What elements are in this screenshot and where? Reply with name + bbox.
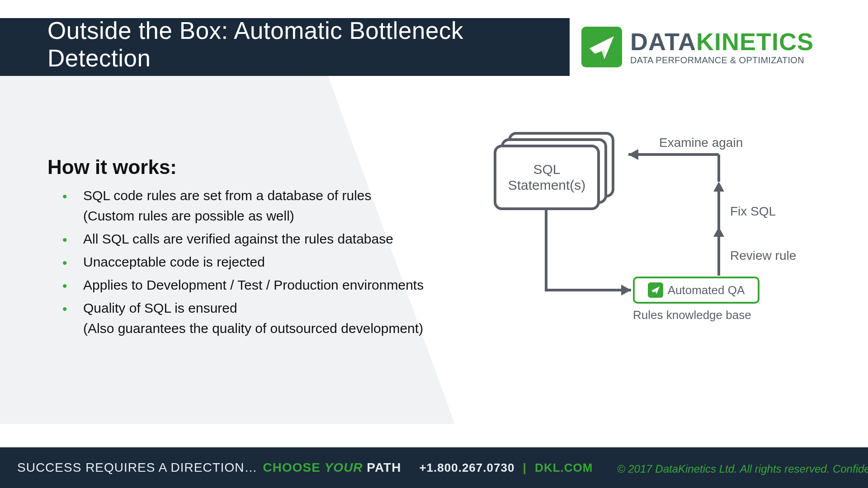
qa-label: Automated QA — [668, 283, 745, 297]
list-item: SQL code rules are set from a database o… — [62, 185, 505, 226]
list-item: Unacceptable code is rejected — [62, 252, 505, 272]
slide: Outside the Box: Automatic Bottleneck De… — [0, 0, 868, 488]
footer-contact: +1.800.267.0730 | DKL.COM — [419, 461, 593, 475]
slide-title-line1: Outside the Box: Automatic Bottleneck — [47, 17, 463, 45]
label-review-rule: Review rule — [730, 249, 796, 263]
footer-tagline: SUCCESS REQUIRES A DIRECTION… — [17, 460, 258, 475]
paper-plane-icon — [581, 27, 622, 67]
list-item: Applies to Development / Test / Producti… — [62, 275, 505, 295]
workflow-diagram: SQLStatement(s) Examine again Fix SQL Re… — [493, 127, 836, 362]
svg-marker-3 — [713, 182, 724, 192]
list-item: All SQL calls are verified against the r… — [62, 229, 505, 249]
footer-choose-path: CHOOSE YOUR PATH — [263, 460, 401, 475]
footer-copyright: © 2017 DataKinetics Ltd. All rights rese… — [617, 463, 868, 475]
brand-wordmark: DATAKINETICS DATA PERFORMANCE & OPTIMIZA… — [630, 29, 814, 65]
brand-logo: DATAKINETICS DATA PERFORMANCE & OPTIMIZA… — [570, 18, 868, 76]
paper-plane-icon — [648, 282, 663, 298]
bullet-list: SQL code rules are set from a database o… — [62, 185, 505, 341]
brand-word-1: DATA — [630, 28, 696, 55]
svg-marker-5 — [621, 285, 631, 296]
diagram-arrows — [493, 127, 836, 362]
footer-bar: SUCCESS REQUIRES A DIRECTION… CHOOSE YOU… — [0, 447, 868, 488]
label-fix-sql: Fix SQL — [730, 204, 776, 219]
svg-marker-1 — [602, 50, 605, 59]
svg-marker-6 — [651, 286, 660, 294]
footer-phone: +1.800.267.0730 — [419, 461, 514, 474]
slide-title: Outside the Box: Automatic Bottleneck De… — [47, 17, 463, 72]
svg-marker-0 — [590, 36, 614, 59]
automated-qa-box: Automated QA — [633, 277, 760, 304]
footer-separator: | — [523, 461, 527, 474]
brand-tagline: DATA PERFORMANCE & OPTIMIZATION — [630, 56, 814, 65]
slide-title-line2: Detection — [47, 45, 463, 72]
label-knowledge-base: Rules knowledge base — [633, 308, 751, 322]
brand-word-2: KINETICS — [696, 28, 814, 55]
svg-marker-4 — [713, 227, 724, 237]
label-examine-again: Examine again — [659, 136, 743, 150]
list-item: Quality of SQL is ensured(Also guarantee… — [62, 298, 505, 338]
section-heading: How it works: — [47, 156, 177, 178]
svg-marker-2 — [628, 149, 638, 160]
footer-site: DKL.COM — [535, 461, 593, 474]
